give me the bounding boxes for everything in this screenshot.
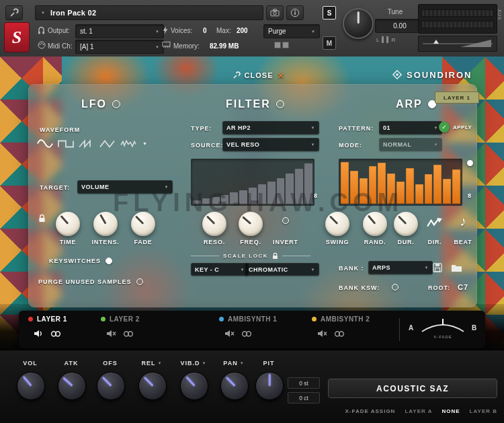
- bank-select[interactable]: ARPS ▼: [368, 261, 433, 274]
- layer-page-badge[interactable]: LAYER 1: [435, 91, 479, 104]
- fade-label: FADE: [124, 239, 162, 245]
- waveform-saw-button[interactable]: [77, 136, 96, 151]
- lfo-fade-knob[interactable]: [131, 212, 155, 236]
- pitch-cent-value[interactable]: 0 ct: [288, 392, 320, 403]
- performance-controls: VOL ATK OFS REL▼ VIB.D▼ PAN▼ PIT 0 st 0 …: [0, 350, 504, 423]
- filter-freq-knob[interactable]: [239, 212, 263, 236]
- snapshot-button[interactable]: [266, 5, 284, 20]
- purge-unused-toggle[interactable]: [136, 278, 143, 285]
- instrument-title-menu[interactable]: ▼ Iron Pack 02: [35, 5, 263, 20]
- mode-select[interactable]: NORMAL ▼: [379, 138, 442, 151]
- ambisynth-1-tab[interactable]: AMBISYNTH 1: [219, 311, 300, 348]
- link-icon[interactable]: [241, 330, 252, 338]
- solo-button[interactable]: S: [323, 6, 336, 20]
- chevron-down-icon: ▼: [158, 361, 163, 365]
- invert-toggle[interactable]: [282, 217, 289, 224]
- instrument-title: Iron Pack 02: [50, 9, 96, 17]
- key-value: KEY - C: [195, 266, 219, 273]
- keyswitches-toggle[interactable]: [106, 258, 112, 264]
- layer-1-tab[interactable]: LAYER 1: [28, 311, 95, 348]
- rel-knob[interactable]: [138, 372, 167, 400]
- swing-knob[interactable]: [325, 212, 349, 236]
- key-select[interactable]: KEY - C ▼: [191, 263, 249, 276]
- pattern-select[interactable]: 01 ▼: [379, 121, 442, 134]
- lfo-time-knob[interactable]: [56, 212, 80, 236]
- waveform-sine-button[interactable]: [36, 136, 54, 151]
- wrench-button[interactable]: [5, 5, 23, 20]
- lfo-title: LFO: [81, 98, 107, 110]
- fader-tick: [382, 36, 384, 43]
- filter-enable-toggle[interactable]: [276, 100, 284, 108]
- layer-name-row: AMBISYNTH 2: [312, 315, 370, 323]
- stereo-balance-mini[interactable]: L R: [376, 36, 395, 43]
- rel-label-menu[interactable]: REL▼: [132, 360, 172, 367]
- waveform-menu-arrow[interactable]: ▼: [142, 141, 147, 146]
- layer-2-tab[interactable]: LAYER 2: [101, 311, 175, 348]
- link-icon[interactable]: [334, 330, 345, 338]
- rand-knob[interactable]: [363, 212, 387, 236]
- pitch-semitone-value[interactable]: 0 st: [288, 377, 320, 389]
- lfo-intensity-knob[interactable]: [93, 212, 118, 236]
- dur-knob[interactable]: [394, 212, 418, 236]
- filter-reso-knob[interactable]: [202, 212, 226, 236]
- purge-menu[interactable]: Purge ▼: [263, 24, 320, 38]
- lock-icon[interactable]: [272, 252, 278, 260]
- xfade-assign-layer-a[interactable]: LAYER A: [405, 408, 432, 414]
- pan-label-menu[interactable]: PAN▼: [214, 360, 254, 367]
- arp-title: ARP: [396, 98, 423, 110]
- floppy-disk-icon: [433, 263, 442, 272]
- apply-button[interactable]: ✓ APPLY: [439, 122, 472, 132]
- beat-button[interactable]: ♪: [452, 211, 474, 231]
- arp-step-graph[interactable]: [339, 159, 462, 206]
- waveform-triangle-button[interactable]: [98, 136, 117, 151]
- load-bank-button[interactable]: [448, 261, 464, 274]
- filter-source-select[interactable]: VEL RESO ▼: [222, 138, 319, 151]
- xfade-assign-layer-b[interactable]: LAYER B: [470, 408, 497, 414]
- fader-handle[interactable]: [433, 40, 439, 44]
- close-button[interactable]: CLOSE ✕: [222, 67, 296, 83]
- info-button[interactable]: [286, 5, 304, 20]
- vol-knob[interactable]: [17, 372, 45, 400]
- filter-velocity-graph[interactable]: [191, 159, 314, 206]
- speaker-muted-icon[interactable]: [224, 330, 235, 338]
- filter-type-select[interactable]: AR HP2 ▼: [222, 121, 319, 134]
- tune-knob[interactable]: [343, 8, 374, 39]
- root-value[interactable]: C7: [458, 283, 468, 291]
- xfade-assign-none[interactable]: NONE: [442, 408, 460, 414]
- chevron-down-icon: ▼: [41, 11, 45, 15]
- waveform-square-button[interactable]: [56, 136, 75, 151]
- pit-knob[interactable]: [255, 372, 284, 400]
- pan-knob[interactable]: [220, 372, 249, 400]
- speaker-muted-icon[interactable]: [317, 330, 327, 338]
- mute-button[interactable]: M: [323, 36, 336, 50]
- xfade-slider[interactable]: [419, 316, 466, 334]
- main-volume-slider[interactable]: [418, 36, 497, 52]
- lock-icon[interactable]: [38, 214, 46, 223]
- speaker-muted-icon[interactable]: [106, 330, 116, 338]
- direction-button[interactable]: [424, 214, 446, 231]
- ofs-knob[interactable]: [97, 372, 125, 400]
- vibd-knob[interactable]: [180, 372, 208, 400]
- output-select[interactable]: st. 1 ▼: [75, 24, 164, 38]
- midi-channel-select[interactable]: [A] 1 ▼: [75, 40, 164, 54]
- bank-ksw-toggle[interactable]: [392, 284, 398, 291]
- bank-ksw-label: BANK KSW:: [339, 284, 380, 291]
- ambisynth-2-tab[interactable]: AMBISYNTH 2: [312, 311, 392, 348]
- speaker-on-icon[interactable]: [34, 330, 44, 338]
- arp-table-toggle[interactable]: [467, 160, 473, 166]
- scale-select[interactable]: CHROMATIC ▼: [245, 263, 319, 276]
- time-label: TIME: [49, 239, 87, 245]
- link-icon[interactable]: [50, 330, 61, 338]
- diamond-logo-icon: [392, 70, 402, 79]
- tune-value[interactable]: 0.00: [375, 19, 425, 33]
- link-icon[interactable]: [123, 330, 134, 338]
- target-value: VOLUME: [81, 184, 110, 190]
- waveform-random-button[interactable]: [119, 136, 138, 151]
- chevron-down-icon: ▼: [434, 126, 438, 130]
- output-label: Output:: [48, 27, 70, 34]
- lfo-target-select[interactable]: VOLUME ▼: [77, 180, 173, 194]
- vibd-label-menu[interactable]: VIB.D▼: [173, 360, 214, 367]
- atk-knob[interactable]: [58, 372, 86, 400]
- lfo-enable-toggle[interactable]: [112, 100, 120, 108]
- save-bank-button[interactable]: [431, 261, 444, 274]
